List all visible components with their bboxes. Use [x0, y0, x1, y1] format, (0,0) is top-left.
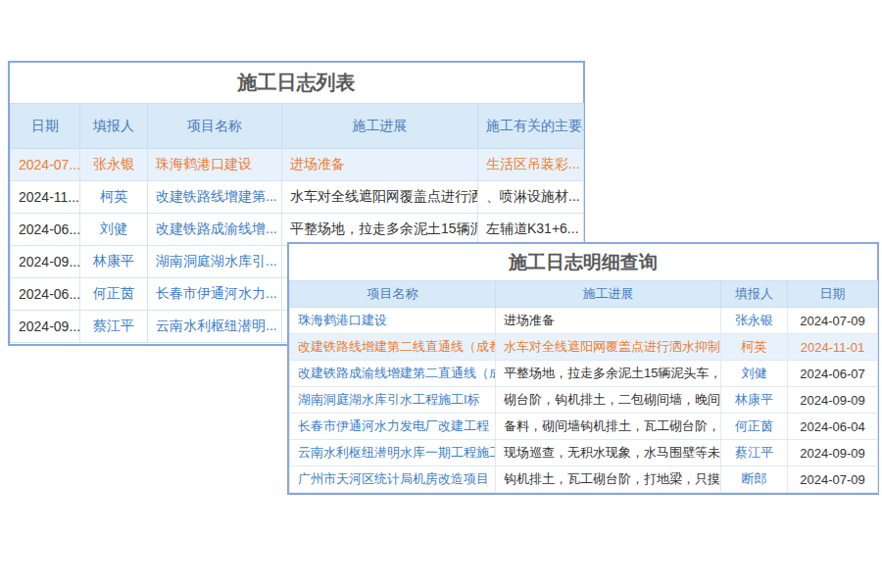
cell-reporter[interactable]: 刘健 [721, 361, 788, 387]
cell-reporter[interactable]: 张永银 [80, 149, 148, 181]
cell-date[interactable]: 2024-06-07 [788, 361, 878, 387]
column-header-date: 日期 [11, 104, 80, 149]
table-header-row: 项目名称 施工进展 填报人 日期 [290, 281, 878, 308]
cell-progress[interactable]: 钩机排土，瓦工砌台阶，打地梁，只摸... [496, 466, 721, 493]
cell-project[interactable]: 珠海鹤港口建设 [148, 149, 282, 181]
column-header-project: 项目名称 [290, 281, 496, 308]
column-header-project: 项目名称 [148, 104, 282, 149]
cell-date[interactable]: 2024-07... [11, 149, 80, 181]
table-row[interactable]: 珠海鹤港口建设 进场准备 张永银 2024-07-09 [290, 308, 878, 334]
cell-progress[interactable]: 平整场地，拉走多余泥土15辆泥头车，... [496, 361, 721, 387]
table-row[interactable]: 云南水利枢纽潜明水库一期工程施工I标 现场巡查，无积水现象，水马围壁等未... … [290, 440, 878, 466]
cell-reporter[interactable]: 蔡江平 [721, 440, 788, 466]
table-row[interactable]: 改建铁路成渝线增建第二直通线（成渝 平整场地，拉走多余泥土15辆泥头车，... … [290, 361, 878, 387]
cell-project[interactable]: 长春市伊通河水力发电厂改建工程 [290, 414, 496, 440]
cell-date[interactable]: 2024-06... [11, 214, 80, 246]
cell-date[interactable]: 2024-11-01 [788, 334, 878, 361]
cell-date[interactable]: 2024-09-09 [788, 440, 878, 466]
cell-date[interactable]: 2024-09... [11, 246, 80, 278]
column-header-progress: 施工进展 [282, 104, 478, 149]
cell-project[interactable]: 湖南洞庭湖水库引水工程施工I标 [290, 387, 496, 414]
cell-project[interactable]: 改建铁路线增建第... [148, 181, 282, 214]
table-row[interactable]: 2024-11... 柯英 改建铁路线增建第... 水车对全线遮阳网覆盖点进行洒… [11, 181, 584, 214]
panel-title-log-detail: 施工日志明细查询 [289, 244, 877, 280]
cell-progress[interactable]: 备料，砌间墙钩机排土，瓦工砌台阶，... [496, 414, 721, 440]
cell-date[interactable]: 2024-06-04 [788, 414, 878, 440]
cell-reporter[interactable]: 林康平 [721, 387, 788, 414]
cell-progress[interactable]: 进场准备 [282, 149, 478, 181]
cell-project[interactable]: 云南水利枢纽潜明水库一期工程施工I标 [290, 440, 496, 466]
cell-project[interactable]: 云南水利枢纽潜明... [148, 311, 282, 343]
cell-reporter[interactable]: 何正茵 [721, 414, 788, 440]
cell-project[interactable]: 长春市伊通河水力... [148, 278, 282, 311]
cell-progress[interactable]: 平整场地，拉走多余泥土15辆泥... [282, 214, 478, 246]
cell-reporter[interactable]: 断郎 [721, 466, 788, 493]
table-row[interactable]: 广州市天河区统计局机房改造项目 钩机排土，瓦工砌台阶，打地梁，只摸... 断郎 … [290, 466, 878, 493]
cell-main-work[interactable]: 、喷淋设施材... [478, 181, 584, 214]
table-row[interactable]: 2024-07... 张永银 珠海鹤港口建设 进场准备 生活区吊装彩... [11, 149, 584, 181]
column-header-progress: 施工进展 [496, 281, 721, 308]
cell-project[interactable]: 广州市天河区统计局机房改造项目 [290, 466, 496, 493]
cell-progress[interactable]: 现场巡查，无积水现象，水马围壁等未... [496, 440, 721, 466]
cell-main-work[interactable]: 生活区吊装彩... [478, 149, 584, 181]
cell-date[interactable]: 2024-09-09 [788, 387, 878, 414]
cell-reporter[interactable]: 何正茵 [80, 278, 148, 311]
column-header-reporter: 填报人 [721, 281, 788, 308]
cell-reporter[interactable]: 刘健 [80, 214, 148, 246]
cell-project[interactable]: 珠海鹤港口建设 [290, 308, 496, 334]
cell-reporter[interactable]: 柯英 [721, 334, 788, 361]
table-header-row: 日期 填报人 项目名称 施工进展 施工有关的主要工作 [11, 104, 584, 149]
cell-main-work[interactable]: 左辅道K31+6... [478, 214, 584, 246]
cell-date[interactable]: 2024-11... [11, 181, 80, 214]
column-header-date: 日期 [788, 281, 878, 308]
column-header-reporter: 填报人 [80, 104, 148, 149]
table-row[interactable]: 2024-06... 刘健 改建铁路成渝线增... 平整场地，拉走多余泥土15辆… [11, 214, 584, 246]
table-row[interactable]: 改建铁路线增建第二线直通线（成都-西 水车对全线遮阳网覆盖点进行洒水抑制... … [290, 334, 878, 361]
cell-reporter[interactable]: 蔡江平 [80, 311, 148, 343]
cell-progress[interactable]: 水车对全线遮阳网覆盖点进行洒... [282, 181, 478, 214]
cell-date[interactable]: 2024-07-09 [788, 466, 878, 493]
cell-project[interactable]: 改建铁路线增建第二线直通线（成都-西 [290, 334, 496, 361]
cell-date[interactable]: 2024-09... [11, 311, 80, 343]
table-row[interactable]: 湖南洞庭湖水库引水工程施工I标 砌台阶，钩机排土，二包砌间墙，晚间... 林康平… [290, 387, 878, 414]
cell-date[interactable]: 2024-06... [11, 278, 80, 311]
cell-reporter[interactable]: 林康平 [80, 246, 148, 278]
cell-reporter[interactable]: 张永银 [721, 308, 788, 334]
cell-reporter[interactable]: 柯英 [80, 181, 148, 214]
column-header-main-work: 施工有关的主要工作 [478, 104, 584, 149]
cell-progress[interactable]: 砌台阶，钩机排土，二包砌间墙，晚间... [496, 387, 721, 414]
cell-progress[interactable]: 水车对全线遮阳网覆盖点进行洒水抑制... [496, 334, 721, 361]
construction-log-detail-panel: 施工日志明细查询 项目名称 施工进展 填报人 日期 珠海鹤港口建设 进场准备 张… [287, 242, 879, 495]
cell-project[interactable]: 改建铁路成渝线增建第二直通线（成渝 [290, 361, 496, 387]
cell-project[interactable]: 改建铁路成渝线增... [148, 214, 282, 246]
cell-date[interactable]: 2024-07-09 [788, 308, 878, 334]
table-row[interactable]: 长春市伊通河水力发电厂改建工程 备料，砌间墙钩机排土，瓦工砌台阶，... 何正茵… [290, 414, 878, 440]
cell-progress[interactable]: 进场准备 [496, 308, 721, 334]
cell-project[interactable]: 湖南洞庭湖水库引... [148, 246, 282, 278]
panel-title-log-list: 施工日志列表 [10, 63, 583, 103]
log-detail-table: 项目名称 施工进展 填报人 日期 珠海鹤港口建设 进场准备 张永银 2024-0… [289, 280, 878, 493]
